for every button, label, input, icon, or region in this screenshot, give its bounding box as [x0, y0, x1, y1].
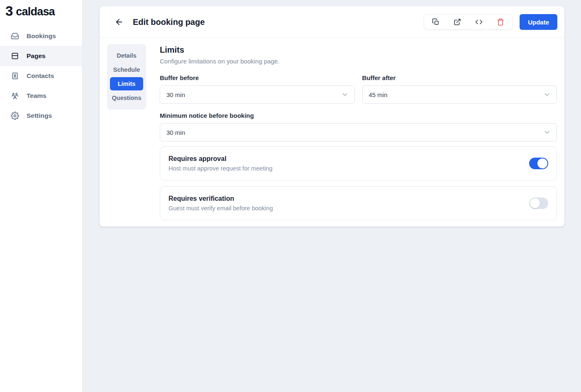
open-external-button[interactable]: [447, 15, 468, 29]
buffer-after-value: 45 min: [369, 91, 388, 98]
toggle-knob: [537, 158, 547, 168]
update-button[interactable]: Update: [520, 14, 557, 30]
app-name: caldasa: [16, 5, 54, 18]
copy-icon: [432, 18, 439, 26]
delete-button[interactable]: [490, 15, 511, 29]
requires-verification-card: Requires verification Guest must verify …: [160, 186, 557, 220]
page-title: Edit booking page: [133, 17, 205, 27]
chevron-down-icon: [543, 129, 551, 136]
edit-booking-page-card: Edit booking page: [100, 6, 564, 226]
section-subtitle: Configure limitations on your booking pa…: [160, 58, 557, 65]
buffer-before-select[interactable]: 30 min: [160, 85, 355, 104]
chevron-down-icon: [341, 91, 349, 98]
sidebar-item-bookings[interactable]: Bookings: [0, 26, 82, 46]
app-logo: 3 caldasa: [0, 0, 82, 26]
back-button[interactable]: [112, 15, 126, 29]
requires-approval-description: Host must approve request for meeting: [168, 165, 529, 172]
requires-verification-toggle[interactable]: [529, 197, 548, 209]
logo-glyph-icon: 3: [5, 4, 13, 18]
tab-questions[interactable]: Questions: [110, 91, 143, 105]
sidebar-item-contacts[interactable]: Contacts: [0, 66, 82, 86]
sidebar-item-settings[interactable]: Settings: [0, 106, 82, 126]
minimum-notice-value: 30 min: [166, 129, 185, 136]
back-arrow-icon: [115, 17, 124, 27]
inbox-icon: [11, 32, 19, 40]
embed-code-button[interactable]: [468, 15, 490, 29]
gear-icon: [11, 112, 19, 120]
buffer-after-label: Buffer after: [362, 74, 557, 81]
toggle-knob: [530, 198, 540, 208]
buffer-before-field: Buffer before 30 min: [160, 74, 355, 104]
chevron-down-icon: [543, 91, 551, 98]
external-link-icon: [454, 18, 461, 26]
requires-approval-card: Requires approval Host must approve requ…: [160, 146, 557, 180]
minimum-notice-label: Minimum notice before booking: [160, 112, 557, 119]
buffer-before-value: 30 min: [166, 91, 185, 98]
header-action-group: [424, 14, 513, 30]
buffer-after-field: Buffer after 45 min: [362, 74, 557, 104]
copy-button[interactable]: [425, 15, 447, 29]
sidebar-item-label: Teams: [27, 92, 46, 100]
code-icon: [475, 18, 483, 26]
sidebar-item-label: Pages: [27, 52, 46, 60]
sidebar-item-label: Contacts: [27, 72, 54, 80]
settings-tab-rail: Details Schedule Limits Questions: [107, 44, 146, 110]
requires-verification-title: Requires verification: [168, 195, 529, 202]
trash-icon: [497, 18, 504, 26]
tab-limits[interactable]: Limits: [110, 77, 143, 90]
sidebar-item-teams[interactable]: Teams: [0, 86, 82, 106]
requires-approval-toggle[interactable]: [529, 158, 548, 169]
requires-verification-description: Guest must verify email before booking: [168, 205, 529, 212]
card-body: Details Schedule Limits Questions Limits…: [100, 38, 564, 226]
sidebar-item-label: Settings: [27, 112, 52, 119]
sidebar-item-label: Bookings: [27, 32, 56, 40]
sidebar: 3 caldasa Bookings Pages Contacts Teams: [0, 0, 83, 392]
minimum-notice-field: Minimum notice before booking 30 min: [160, 112, 557, 141]
minimum-notice-select[interactable]: 30 min: [160, 123, 557, 141]
limits-panel: Limits Configure limitations on your boo…: [160, 44, 557, 226]
card-header: Edit booking page: [100, 6, 564, 38]
section-title: Limits: [160, 45, 557, 55]
pages-icon: [11, 52, 19, 60]
sidebar-item-pages[interactable]: Pages: [0, 46, 82, 66]
buffer-before-label: Buffer before: [160, 74, 355, 81]
requires-approval-title: Requires approval: [168, 155, 529, 163]
contact-card-icon: [11, 72, 19, 80]
buffer-after-select[interactable]: 45 min: [362, 85, 557, 104]
tab-details[interactable]: Details: [110, 49, 143, 62]
tab-schedule[interactable]: Schedule: [110, 63, 143, 76]
sidebar-nav: Bookings Pages Contacts Teams Settings: [0, 26, 82, 126]
people-icon: [11, 92, 19, 100]
main-area: Edit booking page: [83, 0, 581, 226]
